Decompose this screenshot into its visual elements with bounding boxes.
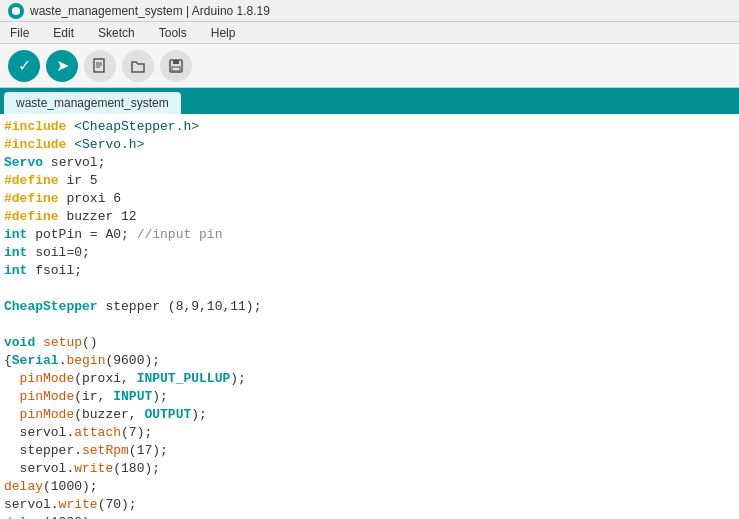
upload-button[interactable]: ➤ [46, 50, 78, 82]
code-line: #define buzzer 12 [0, 208, 739, 226]
code-line: CheapStepper stepper (8,9,10,11); [0, 298, 739, 316]
menu-bar: File Edit Sketch Tools Help [0, 22, 739, 44]
code-line: #include <Servo.h> [0, 136, 739, 154]
code-line: {Serial.begin(9600); [0, 352, 739, 370]
code-line: pinMode(proxi, INPUT_PULLUP); [0, 370, 739, 388]
tab-waste-management[interactable]: waste_management_system [4, 92, 181, 114]
code-editor[interactable]: #include <CheapStepper.h> #include <Serv… [0, 114, 739, 519]
code-line: stepper.setRpm(17); [0, 442, 739, 460]
code-line: #define ir 5 [0, 172, 739, 190]
code-line: delay(1000); [0, 478, 739, 496]
code-line [0, 316, 739, 334]
code-line: void setup() [0, 334, 739, 352]
svg-rect-6 [172, 67, 180, 71]
verify-button[interactable]: ✓ [8, 50, 40, 82]
save-icon [168, 58, 184, 74]
code-line: Servo servol; [0, 154, 739, 172]
menu-edit[interactable]: Edit [47, 24, 80, 42]
code-line: #include <CheapStepper.h> [0, 118, 739, 136]
save-button[interactable] [160, 50, 192, 82]
menu-sketch[interactable]: Sketch [92, 24, 141, 42]
new-icon [92, 58, 108, 74]
code-line: int potPin = A0; //input pin [0, 226, 739, 244]
open-button[interactable] [122, 50, 154, 82]
code-line [0, 280, 739, 298]
title-bar: waste_management_system | Arduino 1.8.19 [0, 0, 739, 22]
code-line: servol.write(180); [0, 460, 739, 478]
code-line: pinMode(buzzer, OUTPUT); [0, 406, 739, 424]
code-line: servol.attach(7); [0, 424, 739, 442]
open-icon [130, 58, 146, 74]
arduino-logo [8, 3, 24, 19]
code-line: #define proxi 6 [0, 190, 739, 208]
menu-help[interactable]: Help [205, 24, 242, 42]
window-title: waste_management_system | Arduino 1.8.19 [30, 4, 270, 18]
menu-tools[interactable]: Tools [153, 24, 193, 42]
toolbar: ✓ ➤ [0, 44, 739, 88]
code-line: int soil=0; [0, 244, 739, 262]
new-button[interactable] [84, 50, 116, 82]
code-line: int fsoil; [0, 262, 739, 280]
menu-file[interactable]: File [4, 24, 35, 42]
svg-rect-5 [173, 60, 179, 64]
tab-bar: waste_management_system [0, 88, 739, 114]
code-line: servol.write(70); [0, 496, 739, 514]
code-line: delay(1000); [0, 514, 739, 519]
code-line: pinMode(ir, INPUT); [0, 388, 739, 406]
